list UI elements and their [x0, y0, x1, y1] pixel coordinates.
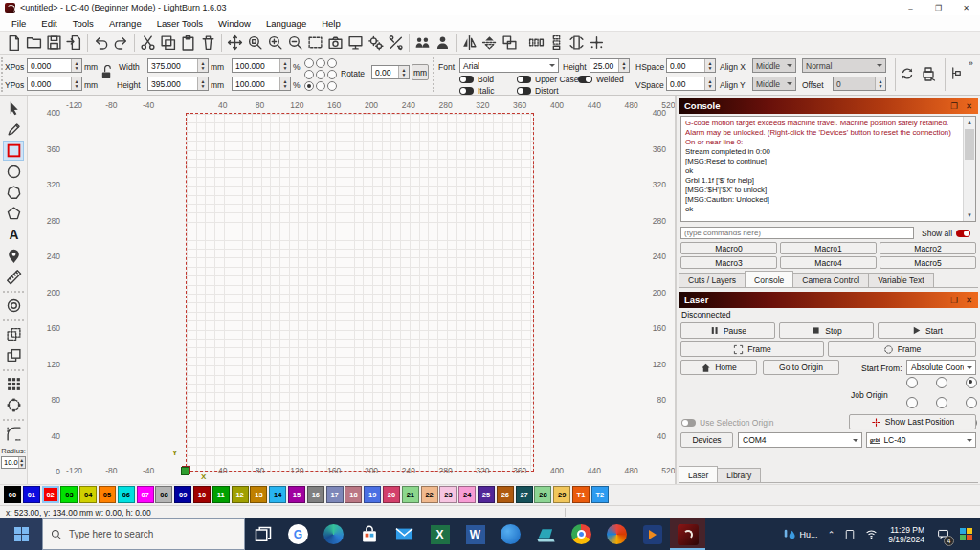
folder-open-icon[interactable]: [24, 33, 44, 53]
scroll-down-icon[interactable]: ▼: [964, 209, 975, 221]
xpos-field[interactable]: 0.000▲▼: [27, 58, 82, 73]
placement-tool[interactable]: [3, 246, 24, 266]
laser-panel-title[interactable]: Laser ❐ ✕: [679, 292, 978, 308]
edge-taskbar-icon[interactable]: [316, 518, 351, 550]
macro-button-1[interactable]: Macro1: [780, 242, 877, 254]
text-tool[interactable]: A: [3, 225, 24, 245]
anchor-radio-8[interactable]: [327, 81, 337, 91]
tab-variable-text[interactable]: Variable Text: [868, 273, 933, 287]
device-select[interactable]: grbl LC-40: [866, 432, 976, 448]
units-button[interactable]: mm: [412, 64, 429, 80]
macro-button-2[interactable]: Macro2: [880, 242, 976, 254]
palette-swatch-13[interactable]: 13: [250, 486, 267, 503]
align-y-select[interactable]: Middle: [752, 77, 796, 91]
console-float-icon[interactable]: ❐: [950, 101, 958, 111]
macro-button-5[interactable]: Macro5: [880, 256, 976, 269]
spinner-icon[interactable]: ▲▼: [279, 59, 290, 72]
scroll-up-icon[interactable]: ▲: [964, 117, 975, 128]
job-origin-radio-2[interactable]: [966, 377, 977, 388]
circular-array-tool[interactable]: [3, 395, 24, 415]
job-origin-radio-3[interactable]: [906, 397, 918, 408]
import-icon[interactable]: [64, 33, 84, 53]
palette-swatch-22[interactable]: 22: [421, 486, 438, 503]
undo-icon[interactable]: [91, 33, 111, 53]
cut-icon[interactable]: [138, 33, 158, 53]
start-button[interactable]: Start: [878, 322, 976, 339]
palette-swatch-01[interactable]: 01: [23, 486, 40, 503]
grid-array-tool[interactable]: [3, 374, 24, 394]
store-taskbar-icon[interactable]: [351, 518, 387, 550]
spinner-icon[interactable]: ▲▼: [618, 59, 629, 72]
overflow-chevron[interactable]: »: [969, 58, 973, 68]
spinner-icon[interactable]: ▲▼: [279, 77, 290, 90]
spinner-icon[interactable]: ▲▼: [704, 77, 715, 90]
minimize-button[interactable]: –: [897, 0, 924, 15]
palette-swatch-17[interactable]: 17: [326, 486, 344, 503]
palette-swatch-02[interactable]: 02: [42, 486, 59, 503]
drawing-canvas[interactable]: Y X -120-120-80-80-40-404040808012012016…: [28, 96, 675, 484]
start-button-windows[interactable]: [0, 518, 42, 550]
menu-laser-tools[interactable]: Laser Tools: [149, 15, 211, 32]
spinner-icon[interactable]: ▲▼: [71, 77, 81, 90]
palette-swatch-00[interactable]: 00: [4, 486, 21, 503]
offset-field[interactable]: 0▲▼: [833, 77, 886, 91]
spinner-icon[interactable]: ▲▼: [704, 59, 715, 72]
resize-icon[interactable]: [567, 33, 587, 53]
lock-icon[interactable]: [100, 65, 114, 82]
align-icon[interactable]: [500, 33, 520, 53]
anchor-radio-4[interactable]: [316, 70, 325, 79]
palette-swatch-07[interactable]: 07: [137, 486, 154, 503]
console-log[interactable]: ▲ ▼ G-code motion target exceeds machine…: [680, 116, 976, 222]
macro-button-3[interactable]: Macro3: [680, 256, 777, 269]
palette-swatch-27[interactable]: 27: [516, 486, 533, 503]
palette-swatch-24[interactable]: 24: [458, 486, 476, 503]
drag-handle[interactable]: [1, 57, 4, 92]
spinner-icon[interactable]: ▲▼: [398, 66, 409, 78]
console-panel-title[interactable]: Console ❐ ✕: [679, 98, 978, 114]
anchor-radio-3[interactable]: [304, 70, 314, 79]
anchor-radio-0[interactable]: [304, 58, 314, 68]
radius-field[interactable]: 10.0▲▼: [1, 456, 26, 469]
display-taskbar-icon[interactable]: [528, 518, 564, 550]
pentagon-tool[interactable]: [3, 204, 24, 224]
palette-swatch-28[interactable]: 28: [534, 486, 551, 503]
palette-swatch-06[interactable]: 06: [118, 486, 135, 503]
start-point-icon[interactable]: [949, 66, 964, 80]
devices-button[interactable]: Devices: [680, 432, 733, 448]
machine-settings-icon[interactable]: [386, 33, 406, 53]
tray-chevron-icon[interactable]: ⌃: [823, 518, 840, 550]
palette-swatch-09[interactable]: 09: [174, 486, 191, 503]
redo-icon[interactable]: [111, 33, 131, 53]
command-input[interactable]: [680, 227, 914, 239]
menu-help[interactable]: Help: [314, 15, 348, 32]
zoom-in-icon[interactable]: [265, 33, 285, 53]
ypos-field[interactable]: 0.000▲▼: [27, 77, 82, 91]
menu-arrange[interactable]: Arrange: [101, 15, 149, 32]
use-selection-origin-toggle[interactable]: [681, 419, 696, 427]
camera-icon[interactable]: [325, 33, 345, 53]
measure-tool[interactable]: [3, 267, 24, 287]
tab-camera-control[interactable]: Camera Control: [792, 273, 869, 287]
macro-button-0[interactable]: Macro0: [680, 242, 777, 254]
notifications-button[interactable]: 4: [930, 518, 955, 550]
show-all-toggle[interactable]: [956, 230, 970, 237]
bold-toggle[interactable]: [459, 76, 474, 83]
pause-button[interactable]: Pause: [680, 322, 775, 339]
copy-icon[interactable]: [158, 33, 178, 53]
palette-swatch-29[interactable]: 29: [553, 486, 570, 503]
palette-swatch-23[interactable]: 23: [439, 486, 457, 503]
rectangle-tool[interactable]: [3, 141, 24, 161]
delete-icon[interactable]: [198, 33, 218, 53]
spinner-icon[interactable]: ▲▼: [71, 59, 81, 72]
weld-shapes-tool[interactable]: [3, 324, 24, 344]
menu-language[interactable]: Language: [258, 15, 314, 32]
console-scrollbar[interactable]: ▲ ▼: [963, 117, 975, 221]
settings-icon[interactable]: [366, 33, 386, 53]
preview-icon[interactable]: [345, 33, 366, 53]
font-height-field[interactable]: 25.00▲▼: [590, 58, 630, 73]
palette-swatch-26[interactable]: 26: [497, 486, 514, 503]
start-from-select[interactable]: Absolute Coords: [906, 360, 976, 375]
palette-swatch-21[interactable]: 21: [402, 486, 419, 503]
job-origin-radio-4[interactable]: [936, 397, 947, 408]
spinner-icon[interactable]: ▲▼: [197, 59, 208, 72]
